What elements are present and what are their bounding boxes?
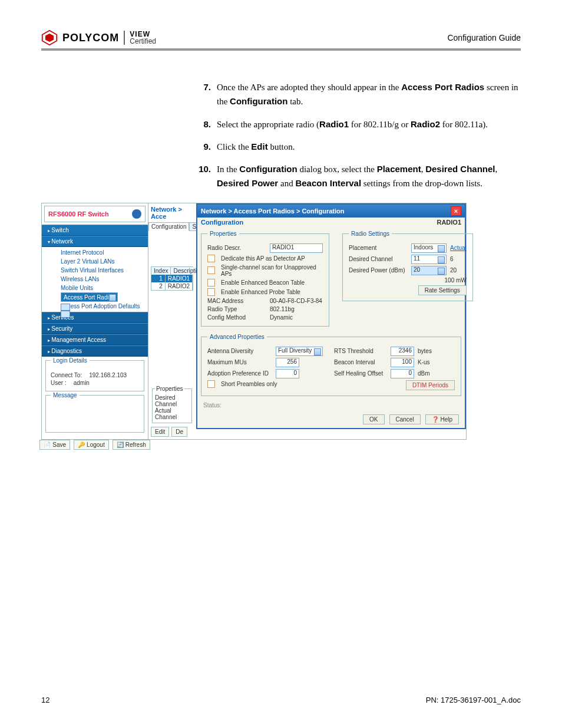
self-healing-input[interactable]: 0 (391, 369, 414, 378)
login-details-box: Login Details Connect To:192.168.2.103 U… (45, 360, 144, 391)
nav-mgmt[interactable]: Management Access (42, 334, 148, 345)
motorola-logo-icon (132, 209, 141, 219)
radio-settings-fieldset: Radio Settings PlacementIndoorsActual De… (342, 230, 473, 301)
placement-select[interactable]: Indoors (411, 243, 447, 253)
polycom-logo-icon (41, 29, 58, 46)
nav-item-wlan[interactable]: Wireless LANs (52, 275, 148, 284)
short-preambles-checkbox[interactable] (207, 380, 215, 388)
close-icon[interactable]: × (451, 206, 461, 216)
nav-item-mu[interactable]: Mobile Units (52, 284, 148, 292)
nav-tree: Switch Network Internet Protocol Layer 2… (42, 225, 148, 357)
nav-network[interactable]: Network (42, 236, 148, 247)
nav-services[interactable]: Services (42, 312, 148, 323)
switch-title-bar: RFS6000 RF Switch (44, 206, 146, 222)
dialog-title: Network > Access Port Radios > Configura… (201, 207, 344, 215)
main-panel-partial: Network > Acce Configuration Statisti In… (148, 203, 196, 439)
nav-security[interactable]: Security (42, 323, 148, 334)
breadcrumb-partial: Network > Acce (148, 203, 196, 222)
document-page: POLYCOM VIEW Certified Configuration Gui… (0, 0, 562, 728)
page-header: POLYCOM VIEW Certified Configuration Gui… (41, 29, 521, 51)
dtim-periods-button[interactable]: DTIM Periods (406, 380, 455, 390)
antenna-diversity-select[interactable]: Full Diversity (276, 347, 323, 356)
view-certified: VIEW Certified (124, 31, 156, 45)
adoption-pref-input[interactable]: 0 (276, 369, 299, 378)
svg-marker-1 (45, 34, 54, 42)
nav-switch[interactable]: Switch (42, 225, 148, 236)
single-channel-scan-checkbox[interactable] (207, 266, 215, 274)
table-row[interactable]: 2RADIO2 (151, 282, 193, 290)
instruction-list: 7.Once the APs are adopted they should a… (194, 80, 521, 191)
desired-power-select[interactable]: 20 (411, 266, 447, 275)
help-button[interactable]: ❓ Help (425, 414, 459, 424)
guide-title: Configuration Guide (447, 33, 521, 42)
radio-table: IndexDescripti 1RADIO1 2RADIO2 (151, 266, 193, 291)
message-box: Message (45, 395, 144, 433)
save-button[interactable]: 📄Save (39, 440, 70, 450)
desired-channel-select[interactable]: 11 (411, 255, 447, 264)
enhanced-beacon-checkbox[interactable] (207, 279, 215, 286)
page-number: 12 (41, 696, 49, 704)
rts-threshold-input[interactable]: 2346 (391, 347, 414, 356)
page-footer: 12 PN: 1725-36197-001_A.doc (41, 696, 521, 704)
actual-link[interactable]: Actual (450, 245, 467, 251)
detector-ap-checkbox[interactable] (207, 255, 215, 262)
advanced-properties-fieldset: Advanced Properties Antenna DiversityFul… (201, 334, 461, 396)
cancel-button[interactable]: Cancel (389, 414, 421, 424)
refresh-button[interactable]: 🔄Refresh (113, 440, 150, 450)
edit-button[interactable]: Edit (151, 427, 169, 437)
tab-configuration[interactable]: Configuration (148, 222, 189, 231)
ok-button[interactable]: OK (363, 414, 384, 424)
enhanced-probe-checkbox[interactable] (207, 288, 215, 296)
status-label: Status: (197, 400, 465, 411)
configuration-dialog: Network > Access Port Radios > Configura… (196, 203, 466, 429)
properties-fieldset: Properties Radio Descr.RADIO1 Dedicate t… (201, 230, 329, 327)
logout-button[interactable]: 🔑Logout (74, 440, 109, 450)
beacon-interval-input[interactable]: 100 (391, 358, 414, 367)
nav-item-apr[interactable]: Access Port Radios (52, 292, 148, 302)
nav-network-children: Internet Protocol Layer 2 Virtual LANs S… (42, 247, 148, 312)
brand-block: POLYCOM VIEW Certified (41, 29, 156, 46)
nav-diag[interactable]: Diagnostics (42, 345, 148, 357)
delete-button[interactable]: De (171, 427, 187, 437)
radio-descr-input[interactable]: RADIO1 (270, 243, 323, 253)
nav-item-ip[interactable]: Internet Protocol (52, 248, 148, 257)
sidebar: RFS6000 RF Switch Switch Network Interne… (42, 203, 148, 439)
part-number: PN: 1725-36197-001_A.doc (426, 696, 521, 704)
max-mus-input[interactable]: 256 (276, 358, 299, 367)
nav-item-svi[interactable]: Switch Virtual Interfaces (52, 266, 148, 275)
table-row[interactable]: 1RADIO1 (151, 275, 193, 282)
nav-item-l2vlan[interactable]: Layer 2 Virtual LANs (52, 257, 148, 266)
brand-name: POLYCOM (62, 32, 119, 44)
rate-settings-button[interactable]: Rate Settings (418, 285, 467, 295)
properties-summary: Properties Desired Channel Actual Channe… (152, 386, 192, 423)
app-screenshot: RFS6000 RF Switch Switch Network Interne… (41, 203, 467, 440)
